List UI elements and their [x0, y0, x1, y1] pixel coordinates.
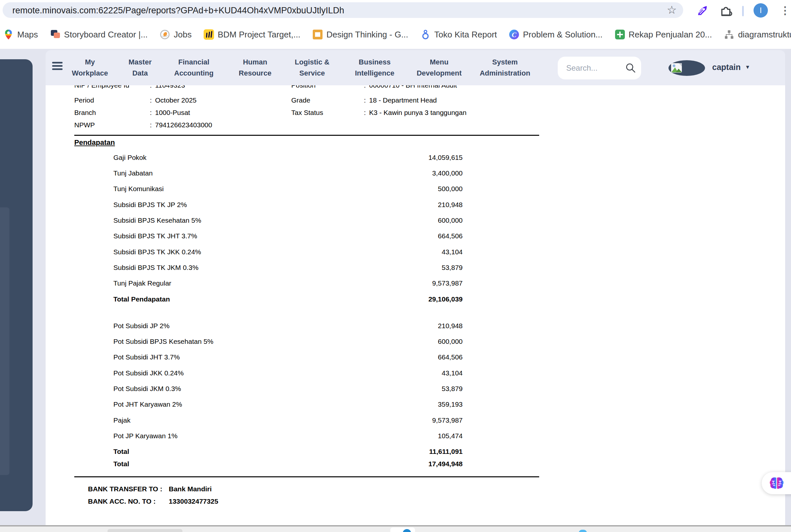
info-label: Branch	[74, 109, 96, 117]
deduction-amount: 105,474	[438, 432, 463, 440]
earnings-label: Tunj Pajak Regular	[113, 279, 171, 287]
bookmark-label: Jobs	[173, 30, 191, 40]
earnings-row: Subsidi BPJS TK JHT 3.7% 664,506	[113, 232, 463, 240]
earnings-label: Subsidi BPJS Kesehatan 5%	[113, 216, 201, 224]
deduction-row: Pot JHT Karyawan 2% 359,193	[113, 400, 463, 408]
taskbar-strip	[0, 525, 791, 532]
browser-profile-avatar[interactable]: I	[754, 3, 768, 18]
chevron-down-icon[interactable]: ▾	[746, 63, 749, 71]
earnings-amount: 43,104	[442, 248, 463, 256]
maps-pin-icon	[3, 29, 14, 40]
taskbar-app-button[interactable]	[390, 528, 415, 532]
bookmark-maps[interactable]: Maps	[3, 29, 38, 40]
section-divider	[74, 476, 539, 477]
info-row-npwp: NPWP : 794126623403000	[45, 121, 785, 130]
total-label: Total	[113, 448, 129, 455]
nav-system-administration[interactable]: System Administration	[477, 57, 533, 79]
earnings-amount: 600,000	[438, 216, 463, 224]
bookmark-diagramstruktur[interactable]: diagramstruktur.dra...	[724, 29, 791, 40]
broken-image-icon	[671, 63, 682, 73]
info-label: Period	[74, 96, 94, 104]
address-url[interactable]: remote.minovais.com:62225/Page/reports?G…	[12, 5, 344, 16]
deduction-amount: 359,193	[438, 400, 463, 408]
rocket-extension-icon[interactable]	[696, 4, 709, 17]
screen: remote.minovais.com:62225/Page/reports?G…	[0, 0, 791, 532]
total-row: Total 11,611,091	[113, 448, 463, 455]
deduction-row: Pot Subsidi JP 2% 210,948	[113, 322, 463, 330]
taskbar-blue-icon[interactable]	[578, 530, 587, 532]
earnings-row: Subsidi BPJS Kesehatan 5% 600,000	[113, 216, 463, 224]
nav-financial-accounting[interactable]: Financial Accounting	[169, 57, 218, 79]
earnings-row: Tunj Pajak Regular 9,573,987	[113, 279, 463, 287]
avatar[interactable]	[668, 60, 705, 76]
info-value: 794126623403000	[155, 121, 212, 129]
earnings-total-amount: 29,106,039	[428, 295, 463, 303]
bookmark-design-thinking[interactable]: Design Thinking - G...	[312, 29, 408, 40]
bookmark-label: Problem & Solution...	[523, 30, 602, 40]
diagram-icon	[724, 29, 734, 40]
section-title: Pendapatan	[74, 138, 115, 147]
bank-label: BANK ACC. NO. TO :	[88, 497, 156, 505]
miro-icon	[204, 29, 214, 40]
search-icon[interactable]	[625, 62, 637, 74]
sheets-icon	[615, 29, 625, 40]
bookmark-problem-solution[interactable]: C Problem & Solution...	[509, 29, 602, 40]
search-input[interactable]	[558, 57, 623, 79]
browser-menu-icon[interactable]: ⋮	[779, 3, 791, 18]
deduction-row: Pot Subsidi JKM 0.3% 53,879	[113, 385, 463, 393]
total-amount: 17,494,948	[428, 460, 463, 468]
bookmark-bdm-project[interactable]: BDM Project Target,...	[204, 29, 300, 40]
address-bar[interactable]: remote.minovais.com:62225/Page/reports?G…	[3, 2, 683, 18]
info-value: 18 - Department Head	[369, 96, 437, 104]
earnings-row: Subsidi BPJS TK JKM 0.3% 53,879	[113, 264, 463, 271]
left-sidebar[interactable]	[0, 59, 33, 511]
bookmark-star-icon[interactable]: ☆	[665, 3, 679, 17]
scrollbar[interactable]	[785, 49, 791, 525]
design-doc-icon	[312, 29, 323, 40]
deduction-label: Pot Subsidi JP 2%	[113, 322, 169, 330]
brain-icon	[769, 477, 784, 490]
ai-assistant-button[interactable]	[762, 472, 791, 494]
deduction-row: Pajak 9,573,987	[113, 416, 463, 424]
info-value: October 2025	[155, 96, 197, 104]
bookmark-jobs[interactable]: Jobs	[160, 29, 191, 40]
earnings-label: Subsidi BPJS TK JP 2%	[113, 201, 187, 209]
bookmark-label: Storyboard Creator |...	[64, 30, 148, 40]
toolbar-divider	[742, 6, 744, 16]
total-label: Total	[113, 460, 129, 468]
info-value: K3 - Kawin punya 3 tanggungan	[369, 109, 466, 117]
nav-menu-development[interactable]: Menu Development	[413, 57, 465, 79]
deduction-label: Pot JHT Karyawan 2%	[113, 400, 182, 408]
deduction-label: Pot Subsidi JKK 0.24%	[113, 369, 184, 377]
deduction-row: Pot Subsidi JKK 0.24% 43,104	[113, 369, 463, 377]
info-row-branch: Branch : 1000-Pusat Tax Status : K3 - Ka…	[45, 109, 785, 117]
earnings-row: Subsidi BPJS TK JKK 0.24% 43,104	[113, 248, 463, 256]
nav-master-data[interactable]: Master Data	[122, 57, 158, 79]
toko-kita-icon	[420, 29, 431, 40]
extensions-puzzle-icon[interactable]	[719, 4, 732, 17]
bookmark-label: Design Thinking - G...	[327, 30, 408, 40]
username-label[interactable]: captain	[712, 62, 741, 72]
info-colon: :	[364, 85, 366, 89]
info-value: 11049323	[155, 85, 185, 89]
nav-human-resource[interactable]: Human Resource	[234, 57, 276, 79]
section-divider	[74, 135, 539, 136]
info-colon: :	[150, 109, 152, 117]
earnings-total-label: Total Pendapatan	[113, 295, 170, 303]
nav-logistic-service[interactable]: Logistic & Service	[291, 57, 333, 79]
earnings-row: Subsidi BPJS TK JP 2% 210,948	[113, 201, 463, 209]
nav-business-intelligence[interactable]: Business Intelligence	[350, 57, 399, 79]
nav-my-workplace[interactable]: My Workplace	[69, 57, 111, 79]
hamburger-menu-icon[interactable]	[52, 62, 62, 71]
taskbar-pill[interactable]	[108, 529, 182, 532]
bookmark-storyboard[interactable]: Storyboard Creator |...	[50, 29, 148, 40]
earnings-total-row: Total Pendapatan 29,106,039	[113, 295, 463, 303]
bookmark-label: Rekap Penjualan 20...	[629, 30, 712, 40]
bookmark-label: BDM Project Target,...	[218, 30, 300, 40]
earnings-row: Gaji Pokok 14,059,615	[113, 154, 463, 162]
info-label: Tax Status	[291, 109, 323, 117]
info-colon: :	[364, 96, 366, 104]
bookmark-toko-kita[interactable]: Toko Kita Report	[420, 29, 497, 40]
info-colon: :	[364, 109, 366, 117]
bookmark-rekap-penjualan[interactable]: Rekap Penjualan 20...	[615, 29, 712, 40]
